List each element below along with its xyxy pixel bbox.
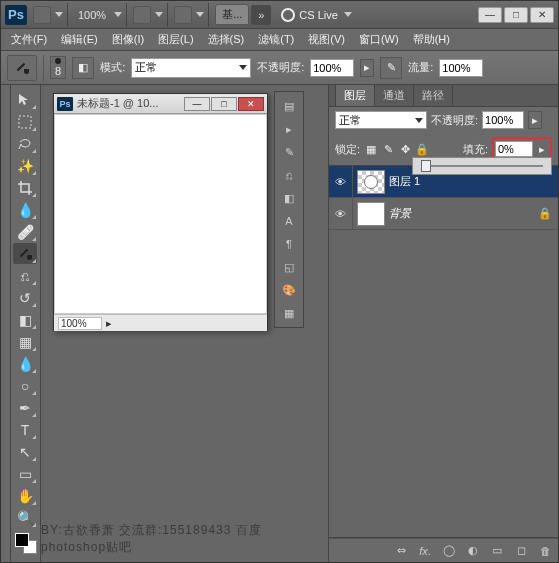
dock-brushes-button[interactable]: ✎ xyxy=(277,141,301,163)
dropdown-icon[interactable] xyxy=(196,12,204,17)
dock-clone-button[interactable]: ⎌ xyxy=(277,164,301,186)
document-canvas[interactable] xyxy=(54,114,267,314)
menu-select[interactable]: 选择(S) xyxy=(202,30,251,49)
collapse-strip[interactable] xyxy=(1,85,11,562)
doc-maximize-button[interactable]: □ xyxy=(211,97,237,111)
flow-input[interactable]: 100% xyxy=(439,59,483,77)
menu-edit[interactable]: 编辑(E) xyxy=(55,30,104,49)
color-swatch[interactable] xyxy=(15,533,37,554)
layer-style-button[interactable]: fx. xyxy=(416,542,434,560)
document-window[interactable]: Ps 未标题-1 @ 10... — □ ✕ 100% ▸ xyxy=(53,93,268,331)
view-extras-button[interactable] xyxy=(133,6,151,24)
opacity-input[interactable]: 100% xyxy=(310,59,354,77)
pen-tool[interactable]: ✒ xyxy=(13,397,37,418)
doc-close-button[interactable]: ✕ xyxy=(238,97,264,111)
lock-transparency-icon[interactable]: ▦ xyxy=(364,142,378,156)
fill-input[interactable]: 0% xyxy=(495,141,533,157)
layer-opacity-flyout[interactable]: ▸ xyxy=(528,111,542,129)
stamp-tool[interactable]: ⎌ xyxy=(13,265,37,286)
menu-image[interactable]: 图像(I) xyxy=(106,30,150,49)
marquee-tool[interactable] xyxy=(13,111,37,132)
menu-view[interactable]: 视图(V) xyxy=(302,30,351,49)
zoom-display[interactable]: 100% xyxy=(74,9,110,21)
dock-char-button[interactable]: A xyxy=(277,210,301,232)
link-layers-button[interactable]: ⇔ xyxy=(392,542,410,560)
layer-blend-select[interactable]: 正常 xyxy=(335,111,427,129)
tool-preset-picker[interactable] xyxy=(7,55,37,81)
tablet-opacity-button[interactable]: ✎ xyxy=(380,57,402,79)
fill-slider-track[interactable] xyxy=(421,165,543,167)
workspace-tab[interactable]: 基... xyxy=(215,4,249,25)
brush-tool[interactable] xyxy=(13,243,37,264)
type-tool[interactable]: T xyxy=(13,419,37,440)
tab-channels[interactable]: 通道 xyxy=(374,84,414,106)
tab-paths[interactable]: 路径 xyxy=(413,84,453,106)
menu-file[interactable]: 文件(F) xyxy=(5,30,53,49)
healing-tool[interactable]: 🩹 xyxy=(13,221,37,242)
opacity-flyout[interactable]: ▸ xyxy=(360,59,374,77)
hand-tool[interactable]: ✋ xyxy=(13,485,37,506)
blur-tool[interactable]: 💧 xyxy=(13,353,37,374)
layer-opacity-input[interactable]: 100% xyxy=(482,111,524,129)
doc-zoom-input[interactable]: 100% xyxy=(58,317,102,330)
dock-para-button[interactable]: ¶ xyxy=(277,233,301,255)
dock-actions-button[interactable]: ▸ xyxy=(277,118,301,140)
lock-all-icon[interactable]: 🔒 xyxy=(415,142,429,156)
dock-swatches-button[interactable]: ▦ xyxy=(277,302,301,324)
layer-thumbnail[interactable] xyxy=(357,202,385,226)
brush-panel-toggle[interactable]: ◧ xyxy=(72,57,94,79)
menu-help[interactable]: 帮助(H) xyxy=(407,30,456,49)
path-tool[interactable]: ↖ xyxy=(13,441,37,462)
doc-info-icon[interactable]: ▸ xyxy=(106,317,112,330)
dodge-tool[interactable]: ○ xyxy=(13,375,37,396)
layer-thumbnail[interactable] xyxy=(357,170,385,194)
dropdown-icon[interactable] xyxy=(155,12,163,17)
cslive-button[interactable]: CS Live xyxy=(281,8,352,22)
eyedropper-tool[interactable]: 💧 xyxy=(13,199,37,220)
screen-mode-button[interactable] xyxy=(174,6,192,24)
fill-slider-thumb[interactable] xyxy=(421,160,431,172)
layer-mask-button[interactable]: ◯ xyxy=(440,542,458,560)
bridge-button[interactable] xyxy=(33,6,51,24)
layer-name[interactable]: 背景 xyxy=(389,206,538,221)
dock-history-button[interactable]: ▤ xyxy=(277,95,301,117)
fill-slider-popup[interactable] xyxy=(412,157,552,175)
move-tool[interactable] xyxy=(13,89,37,110)
workspace-more-button[interactable]: » xyxy=(251,5,271,25)
doc-minimize-button[interactable]: — xyxy=(184,97,210,111)
new-layer-button[interactable]: ◻ xyxy=(512,542,530,560)
blend-mode-select[interactable]: 正常 xyxy=(131,58,251,78)
visibility-toggle[interactable]: 👁 xyxy=(329,198,353,230)
document-titlebar[interactable]: Ps 未标题-1 @ 10... — □ ✕ xyxy=(54,94,267,114)
lock-pixels-icon[interactable]: ✎ xyxy=(381,142,395,156)
lock-position-icon[interactable]: ✥ xyxy=(398,142,412,156)
tab-layers[interactable]: 图层 xyxy=(335,84,375,106)
layer-row[interactable]: 👁 背景 🔒 xyxy=(329,198,558,230)
dock-presets-button[interactable]: ◧ xyxy=(277,187,301,209)
magic-wand-tool[interactable]: ✨ xyxy=(13,155,37,176)
shape-tool[interactable]: ▭ xyxy=(13,463,37,484)
dock-nav-button[interactable]: ◱ xyxy=(277,256,301,278)
delete-layer-button[interactable]: 🗑 xyxy=(536,542,554,560)
brush-preset-picker[interactable]: 8 xyxy=(50,56,66,79)
zoom-tool[interactable]: 🔍 xyxy=(13,507,37,528)
visibility-toggle[interactable]: 👁 xyxy=(329,166,353,198)
menu-layer[interactable]: 图层(L) xyxy=(152,30,199,49)
history-brush-tool[interactable]: ↺ xyxy=(13,287,37,308)
lasso-tool[interactable] xyxy=(13,133,37,154)
close-button[interactable]: ✕ xyxy=(530,7,554,23)
layer-name[interactable]: 图层 1 xyxy=(389,174,558,189)
minimize-button[interactable]: — xyxy=(478,7,502,23)
menu-filter[interactable]: 滤镜(T) xyxy=(252,30,300,49)
eraser-tool[interactable]: ◧ xyxy=(13,309,37,330)
layer-group-button[interactable]: ▭ xyxy=(488,542,506,560)
menu-window[interactable]: 窗口(W) xyxy=(353,30,405,49)
adjustment-layer-button[interactable]: ◐ xyxy=(464,542,482,560)
crop-tool[interactable] xyxy=(13,177,37,198)
gradient-tool[interactable]: ▦ xyxy=(13,331,37,352)
dock-color-button[interactable]: 🎨 xyxy=(277,279,301,301)
dropdown-icon[interactable] xyxy=(55,12,63,17)
maximize-button[interactable]: □ xyxy=(504,7,528,23)
dropdown-icon[interactable] xyxy=(114,12,122,17)
fill-flyout[interactable]: ▸ xyxy=(535,140,549,158)
